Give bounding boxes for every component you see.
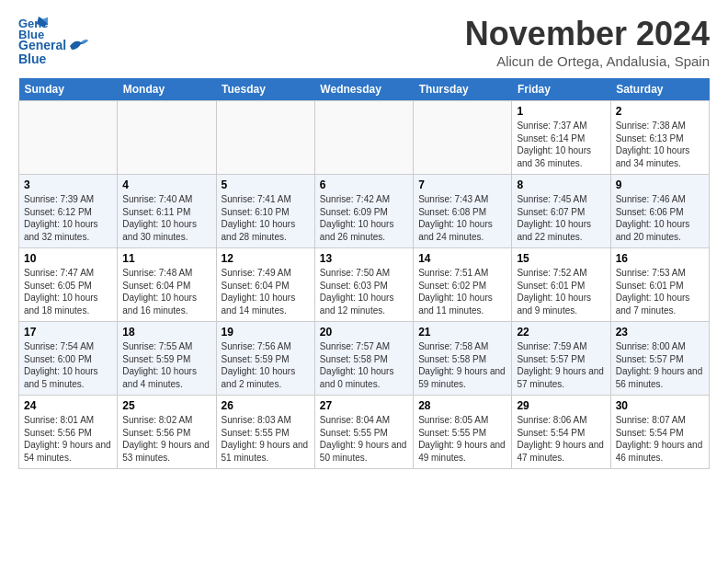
calendar-cell: 27Sunrise: 8:04 AM Sunset: 5:55 PM Dayli… xyxy=(314,396,413,469)
week-row-1: 1Sunrise: 7:37 AM Sunset: 6:14 PM Daylig… xyxy=(19,101,710,175)
location: Alicun de Ortega, Andalusia, Spain xyxy=(465,53,710,69)
day-number: 4 xyxy=(122,178,210,191)
col-wednesday: Wednesday xyxy=(314,78,413,101)
day-info: Sunrise: 7:39 AM Sunset: 6:12 PM Dayligh… xyxy=(24,193,112,243)
calendar-cell: 16Sunrise: 7:53 AM Sunset: 6:01 PM Dayli… xyxy=(610,248,709,322)
calendar-cell: 4Sunrise: 7:40 AM Sunset: 6:11 PM Daylig… xyxy=(118,175,216,248)
calendar-cell xyxy=(216,101,314,175)
day-number: 5 xyxy=(222,178,310,191)
day-number: 23 xyxy=(616,326,704,339)
day-number: 3 xyxy=(24,178,112,191)
header: General Blue General Blue November 2024 … xyxy=(18,15,710,69)
logo-text-general: General xyxy=(18,38,66,52)
week-row-4: 17Sunrise: 7:54 AM Sunset: 6:00 PM Dayli… xyxy=(19,322,710,396)
calendar-cell: 14Sunrise: 7:51 AM Sunset: 6:02 PM Dayli… xyxy=(414,248,512,322)
calendar-cell: 23Sunrise: 8:00 AM Sunset: 5:57 PM Dayli… xyxy=(610,322,709,396)
calendar-cell: 18Sunrise: 7:55 AM Sunset: 5:59 PM Dayli… xyxy=(118,322,216,396)
day-number: 13 xyxy=(320,252,408,265)
calendar-cell: 29Sunrise: 8:06 AM Sunset: 5:54 PM Dayli… xyxy=(512,396,610,469)
day-number: 11 xyxy=(122,252,210,265)
day-info: Sunrise: 7:45 AM Sunset: 6:07 PM Dayligh… xyxy=(517,193,605,243)
calendar-cell: 6Sunrise: 7:42 AM Sunset: 6:09 PM Daylig… xyxy=(314,175,413,248)
day-number: 16 xyxy=(616,252,704,265)
day-info: Sunrise: 7:48 AM Sunset: 6:04 PM Dayligh… xyxy=(122,267,210,316)
day-number: 26 xyxy=(222,399,310,412)
day-info: Sunrise: 8:05 AM Sunset: 5:55 PM Dayligh… xyxy=(418,414,506,464)
calendar-cell: 22Sunrise: 7:59 AM Sunset: 5:57 PM Dayli… xyxy=(512,322,610,396)
logo-text-blue: Blue xyxy=(18,52,46,66)
month-title: November 2024 xyxy=(465,15,710,53)
calendar-cell: 1Sunrise: 7:37 AM Sunset: 6:14 PM Daylig… xyxy=(512,101,610,175)
day-info: Sunrise: 7:51 AM Sunset: 6:02 PM Dayligh… xyxy=(418,267,506,316)
calendar-cell: 25Sunrise: 8:02 AM Sunset: 5:56 PM Dayli… xyxy=(118,396,216,469)
day-info: Sunrise: 8:02 AM Sunset: 5:56 PM Dayligh… xyxy=(122,414,210,464)
page-container: General Blue General Blue November 2024 … xyxy=(0,0,728,484)
day-info: Sunrise: 7:54 AM Sunset: 6:00 PM Dayligh… xyxy=(24,340,112,390)
day-number: 22 xyxy=(517,326,605,339)
day-number: 18 xyxy=(122,326,210,339)
day-number: 21 xyxy=(418,326,506,339)
calendar-cell: 9Sunrise: 7:46 AM Sunset: 6:06 PM Daylig… xyxy=(610,175,709,248)
col-friday: Friday xyxy=(512,78,610,101)
calendar-header-row: Sunday Monday Tuesday Wednesday Thursday… xyxy=(19,78,710,101)
col-saturday: Saturday xyxy=(610,78,709,101)
calendar-cell: 19Sunrise: 7:56 AM Sunset: 5:59 PM Dayli… xyxy=(216,322,314,396)
day-number: 29 xyxy=(517,399,605,412)
day-info: Sunrise: 7:37 AM Sunset: 6:14 PM Dayligh… xyxy=(517,120,605,169)
calendar-cell: 12Sunrise: 7:49 AM Sunset: 6:04 PM Dayli… xyxy=(216,248,314,322)
day-number: 20 xyxy=(320,326,408,339)
day-number: 2 xyxy=(616,105,704,118)
day-number: 25 xyxy=(122,399,210,412)
calendar-cell: 8Sunrise: 7:45 AM Sunset: 6:07 PM Daylig… xyxy=(512,175,610,248)
calendar-cell: 7Sunrise: 7:43 AM Sunset: 6:08 PM Daylig… xyxy=(414,175,512,248)
day-info: Sunrise: 7:56 AM Sunset: 5:59 PM Dayligh… xyxy=(222,340,310,390)
day-info: Sunrise: 7:43 AM Sunset: 6:08 PM Dayligh… xyxy=(418,193,506,243)
calendar-cell xyxy=(118,101,216,175)
calendar-cell: 26Sunrise: 8:03 AM Sunset: 5:55 PM Dayli… xyxy=(216,396,314,469)
day-info: Sunrise: 7:53 AM Sunset: 6:01 PM Dayligh… xyxy=(616,267,704,316)
day-number: 14 xyxy=(418,252,506,265)
day-info: Sunrise: 7:52 AM Sunset: 6:01 PM Dayligh… xyxy=(517,267,605,316)
col-monday: Monday xyxy=(118,78,216,101)
calendar-cell xyxy=(19,101,118,175)
day-number: 15 xyxy=(517,252,605,265)
day-info: Sunrise: 8:00 AM Sunset: 5:57 PM Dayligh… xyxy=(616,340,704,390)
col-sunday: Sunday xyxy=(19,78,118,101)
day-info: Sunrise: 7:55 AM Sunset: 5:59 PM Dayligh… xyxy=(122,340,210,390)
day-info: Sunrise: 7:59 AM Sunset: 5:57 PM Dayligh… xyxy=(517,340,605,390)
day-number: 28 xyxy=(418,399,506,412)
day-number: 6 xyxy=(320,178,408,191)
day-info: Sunrise: 8:01 AM Sunset: 5:56 PM Dayligh… xyxy=(24,414,112,464)
calendar-cell: 20Sunrise: 7:57 AM Sunset: 5:58 PM Dayli… xyxy=(314,322,413,396)
calendar-cell: 13Sunrise: 7:50 AM Sunset: 6:03 PM Dayli… xyxy=(314,248,413,322)
day-info: Sunrise: 8:07 AM Sunset: 5:54 PM Dayligh… xyxy=(616,414,704,464)
calendar-table: Sunday Monday Tuesday Wednesday Thursday… xyxy=(18,78,710,469)
logo-bird-svg xyxy=(68,37,88,53)
day-number: 10 xyxy=(24,252,112,265)
col-thursday: Thursday xyxy=(414,78,512,101)
calendar-cell: 24Sunrise: 8:01 AM Sunset: 5:56 PM Dayli… xyxy=(19,396,118,469)
day-number: 27 xyxy=(320,399,408,412)
day-info: Sunrise: 7:42 AM Sunset: 6:09 PM Dayligh… xyxy=(320,193,408,243)
calendar-cell: 3Sunrise: 7:39 AM Sunset: 6:12 PM Daylig… xyxy=(19,175,118,248)
calendar-cell: 28Sunrise: 8:05 AM Sunset: 5:55 PM Dayli… xyxy=(414,396,512,469)
day-number: 17 xyxy=(24,326,112,339)
logo: General Blue General Blue xyxy=(18,15,88,66)
calendar-cell: 2Sunrise: 7:38 AM Sunset: 6:13 PM Daylig… xyxy=(610,101,709,175)
day-number: 8 xyxy=(517,178,605,191)
day-info: Sunrise: 8:04 AM Sunset: 5:55 PM Dayligh… xyxy=(320,414,408,464)
day-info: Sunrise: 7:46 AM Sunset: 6:06 PM Dayligh… xyxy=(616,193,704,243)
day-info: Sunrise: 7:50 AM Sunset: 6:03 PM Dayligh… xyxy=(320,267,408,316)
day-number: 1 xyxy=(517,105,605,118)
calendar-cell: 17Sunrise: 7:54 AM Sunset: 6:00 PM Dayli… xyxy=(19,322,118,396)
calendar-cell: 21Sunrise: 7:58 AM Sunset: 5:58 PM Dayli… xyxy=(414,322,512,396)
week-row-3: 10Sunrise: 7:47 AM Sunset: 6:05 PM Dayli… xyxy=(19,248,710,322)
calendar-cell: 15Sunrise: 7:52 AM Sunset: 6:01 PM Dayli… xyxy=(512,248,610,322)
day-info: Sunrise: 7:47 AM Sunset: 6:05 PM Dayligh… xyxy=(24,267,112,316)
day-info: Sunrise: 7:58 AM Sunset: 5:58 PM Dayligh… xyxy=(418,340,506,390)
day-info: Sunrise: 7:40 AM Sunset: 6:11 PM Dayligh… xyxy=(122,193,210,243)
week-row-5: 24Sunrise: 8:01 AM Sunset: 5:56 PM Dayli… xyxy=(19,396,710,469)
day-info: Sunrise: 8:06 AM Sunset: 5:54 PM Dayligh… xyxy=(517,414,605,464)
day-number: 7 xyxy=(418,178,506,191)
day-number: 30 xyxy=(616,399,704,412)
